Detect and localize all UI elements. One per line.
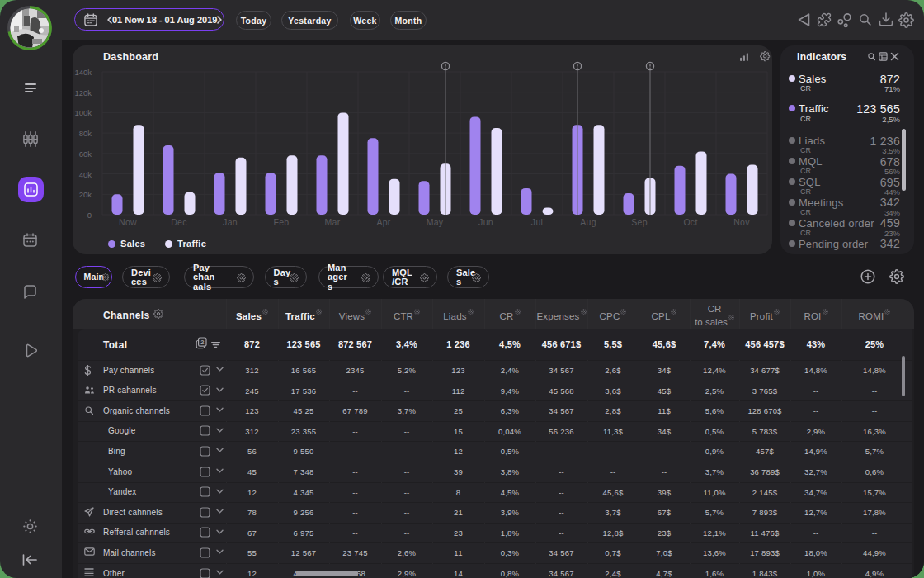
svg-text:2: 2 [200,339,204,346]
